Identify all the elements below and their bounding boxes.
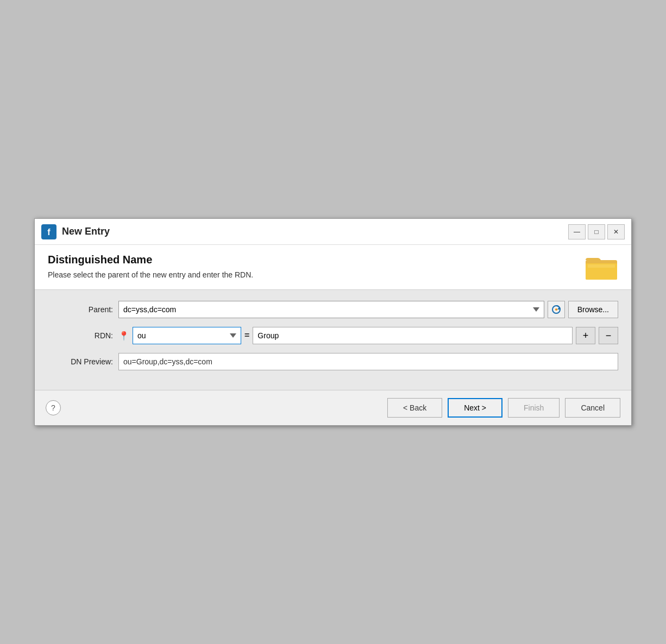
rdn-wrapper: 📍 ou = + − bbox=[118, 327, 618, 344]
rdn-type-select[interactable]: ou bbox=[133, 327, 241, 344]
app-icon: f bbox=[41, 224, 56, 239]
header-area: Distinguished Name Please select the par… bbox=[35, 245, 631, 290]
header-subtitle: Please select the parent of the new entr… bbox=[48, 270, 253, 279]
footer: ? < Back Next > Finish Cancel bbox=[35, 390, 631, 425]
svg-point-7 bbox=[555, 308, 557, 311]
equals-sign: = bbox=[244, 331, 249, 340]
header-text: Distinguished Name Please select the par… bbox=[48, 254, 253, 279]
folder-icon bbox=[586, 254, 618, 281]
parent-select[interactable]: dc=yss,dc=com bbox=[118, 301, 544, 318]
next-button[interactable]: Next > bbox=[448, 398, 502, 418]
window-title: New Entry bbox=[62, 226, 568, 237]
rdn-add-button[interactable]: + bbox=[576, 327, 595, 344]
cancel-button[interactable]: Cancel bbox=[565, 398, 620, 418]
parent-refresh-button[interactable] bbox=[548, 301, 565, 318]
help-button[interactable]: ? bbox=[46, 400, 61, 415]
svg-rect-4 bbox=[588, 264, 615, 268]
parent-row: Parent: dc=yss,dc=com Browse... bbox=[48, 301, 618, 318]
dialog-window: f New Entry — □ ✕ Distinguished Name Ple… bbox=[34, 218, 632, 426]
maximize-button[interactable]: □ bbox=[588, 224, 605, 239]
parent-label: Parent: bbox=[48, 305, 113, 314]
rdn-value-input[interactable] bbox=[253, 327, 573, 344]
title-bar: f New Entry — □ ✕ bbox=[35, 219, 631, 245]
parent-select-wrapper: dc=yss,dc=com Browse... bbox=[118, 301, 618, 318]
header-title: Distinguished Name bbox=[48, 254, 253, 266]
close-button[interactable]: ✕ bbox=[607, 224, 625, 239]
window-controls: — □ ✕ bbox=[568, 224, 625, 239]
rdn-row: RDN: 📍 ou = + − bbox=[48, 327, 618, 344]
minimize-button[interactable]: — bbox=[568, 224, 586, 239]
rdn-pin-icon: 📍 bbox=[118, 331, 129, 341]
back-button[interactable]: < Back bbox=[387, 398, 442, 418]
dn-preview-row: DN Preview: bbox=[48, 353, 618, 370]
content-area: Parent: dc=yss,dc=com Browse... RDN: 📍 bbox=[35, 290, 631, 390]
rdn-label: RDN: bbox=[48, 331, 113, 340]
svg-text:f: f bbox=[47, 228, 51, 237]
browse-button[interactable]: Browse... bbox=[568, 301, 618, 318]
dn-preview-input[interactable] bbox=[118, 353, 618, 370]
rdn-remove-button[interactable]: − bbox=[599, 327, 618, 344]
dn-preview-label: DN Preview: bbox=[48, 357, 113, 366]
finish-button: Finish bbox=[508, 398, 560, 418]
